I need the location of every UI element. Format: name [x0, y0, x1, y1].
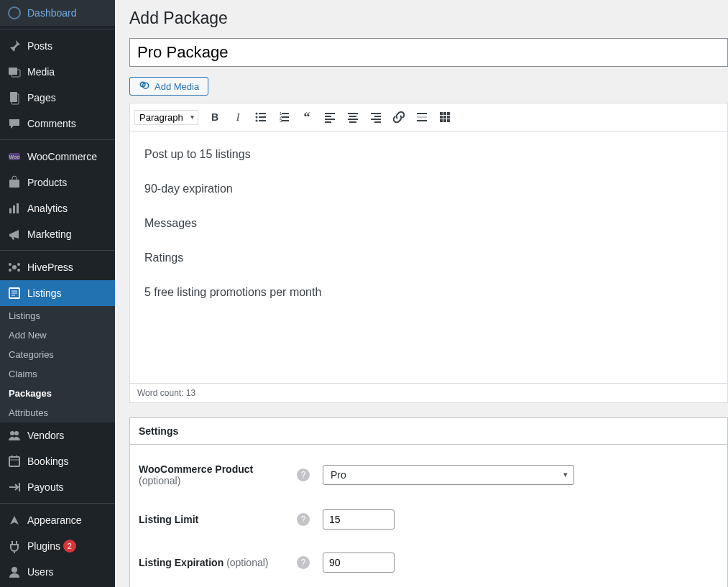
format-select[interactable]: Paragraph	[134, 110, 198, 125]
plugins-icon	[7, 539, 22, 553]
sidebar-item-posts[interactable]: Posts	[0, 33, 115, 59]
svg-rect-51	[349, 121, 356, 123]
svg-rect-62	[440, 116, 443, 119]
svg-rect-40	[282, 116, 289, 118]
svg-rect-57	[417, 116, 427, 118]
submenu-add-new[interactable]: Add New	[0, 325, 115, 345]
align-right-button[interactable]	[365, 106, 387, 128]
svg-rect-10	[17, 203, 19, 213]
svg-rect-65	[440, 119, 443, 122]
help-icon[interactable]: ?	[297, 513, 310, 526]
sidebar-item-users[interactable]: Users	[0, 559, 115, 585]
sidebar-item-analytics[interactable]: Analytics	[0, 195, 115, 221]
svg-rect-22	[9, 457, 19, 466]
svg-point-35	[256, 120, 258, 122]
svg-rect-58	[417, 120, 427, 121]
main-content: Add Package Add Media Paragraph B I 123 …	[115, 0, 728, 587]
svg-rect-49	[349, 116, 356, 117]
svg-rect-66	[443, 119, 446, 122]
help-icon[interactable]: ?	[297, 556, 310, 569]
svg-rect-42	[282, 120, 289, 121]
sidebar-label: Marketing	[27, 228, 71, 240]
sidebar-item-media[interactable]: Media	[0, 59, 115, 85]
submenu-attributes[interactable]: Attributes	[0, 403, 115, 422]
media-icon	[7, 65, 22, 79]
sidebar-item-comments[interactable]: Comments	[0, 111, 115, 137]
toolbar-toggle-button[interactable]	[434, 106, 456, 128]
dashboard-icon	[7, 6, 22, 20]
svg-point-15	[17, 269, 20, 272]
sidebar-item-plugins[interactable]: Plugins 2	[0, 533, 115, 559]
pages-icon	[7, 91, 22, 105]
submenu-listings[interactable]: Listings	[0, 306, 115, 325]
bullet-list-button[interactable]	[250, 106, 272, 128]
sidebar-label: Dashboard	[27, 7, 77, 19]
field-label: Listing Expiration (optional)	[139, 557, 297, 568]
align-center-button[interactable]	[342, 106, 364, 128]
plugins-update-badge: 2	[63, 540, 76, 553]
field-label: WooCommerce Product (optional)	[139, 463, 297, 486]
vendors-icon	[7, 428, 22, 443]
svg-point-21	[14, 431, 19, 435]
submenu-categories[interactable]: Categories	[0, 345, 115, 364]
svg-point-27	[11, 567, 17, 573]
sidebar-item-products[interactable]: Products	[0, 170, 115, 195]
link-button[interactable]	[388, 106, 410, 128]
svg-rect-7	[9, 180, 19, 188]
sidebar-label: Appearance	[27, 514, 82, 526]
sidebar-item-bookings[interactable]: Bookings	[0, 448, 115, 474]
payouts-icon	[7, 480, 22, 494]
sidebar-item-vendors[interactable]: Vendors	[0, 422, 115, 448]
calendar-icon	[7, 454, 22, 468]
editor-toolbar: Paragraph B I 123 “	[130, 103, 727, 131]
sidebar-label: WooCommerce	[27, 151, 97, 162]
editor-line: 90-day expiration	[144, 180, 713, 198]
svg-point-13	[17, 263, 20, 266]
submenu-packages[interactable]: Packages	[0, 384, 115, 403]
sidebar-item-payouts[interactable]: Payouts	[0, 474, 115, 500]
sidebar-label: Media	[27, 66, 55, 78]
bold-button[interactable]: B	[204, 106, 226, 128]
format-select-wrap[interactable]: Paragraph	[134, 110, 198, 125]
sidebar-label: Products	[27, 177, 67, 188]
align-left-button[interactable]	[319, 106, 341, 128]
svg-point-31	[256, 113, 258, 115]
field-label: Listing Limit	[139, 514, 297, 525]
svg-rect-46	[325, 119, 335, 120]
settings-panel-heading: Settings	[130, 418, 727, 445]
svg-rect-32	[259, 113, 266, 114]
listing-expiration-input[interactable]	[323, 553, 395, 573]
listing-limit-input[interactable]	[323, 509, 395, 530]
submenu-claims[interactable]: Claims	[0, 364, 115, 384]
sidebar-item-dashboard[interactable]: Dashboard	[0, 0, 115, 26]
listings-icon	[7, 286, 22, 300]
sidebar-label: Listings	[27, 287, 61, 299]
blockquote-button[interactable]: “	[296, 106, 318, 128]
admin-sidebar: Dashboard Posts Media Pages Comments Woo…	[0, 0, 115, 587]
woocommerce-product-select[interactable]: Pro	[323, 465, 574, 485]
numbered-list-button[interactable]: 123	[273, 106, 295, 128]
appearance-icon	[7, 513, 22, 527]
svg-point-11	[12, 265, 17, 269]
sidebar-label: Comments	[27, 118, 76, 129]
add-media-label: Add Media	[155, 81, 199, 92]
page-heading: Add Package	[129, 9, 728, 28]
sidebar-item-woocommerce[interactable]: Woo WooCommerce	[0, 144, 115, 170]
svg-rect-61	[447, 112, 450, 115]
sidebar-item-listings[interactable]: Listings	[0, 280, 115, 306]
sidebar-separator	[0, 26, 115, 29]
editor-body[interactable]: Post up to 15 listings 90-day expiration…	[130, 131, 727, 383]
add-media-button[interactable]: Add Media	[129, 77, 208, 96]
svg-rect-50	[348, 119, 358, 120]
sidebar-label: Bookings	[27, 456, 69, 467]
read-more-button[interactable]	[411, 106, 433, 128]
sidebar-item-pages[interactable]: Pages	[0, 85, 115, 111]
svg-text:Woo: Woo	[9, 154, 19, 160]
sidebar-item-appearance[interactable]: Appearance	[0, 507, 115, 533]
help-icon[interactable]: ?	[297, 468, 310, 481]
editor: Paragraph B I 123 “ Post up to 15 listin…	[129, 103, 728, 403]
package-title-input[interactable]	[129, 38, 728, 67]
sidebar-item-marketing[interactable]: Marketing	[0, 221, 115, 247]
italic-button[interactable]: I	[227, 106, 249, 128]
sidebar-item-hivepress[interactable]: HivePress	[0, 254, 115, 280]
